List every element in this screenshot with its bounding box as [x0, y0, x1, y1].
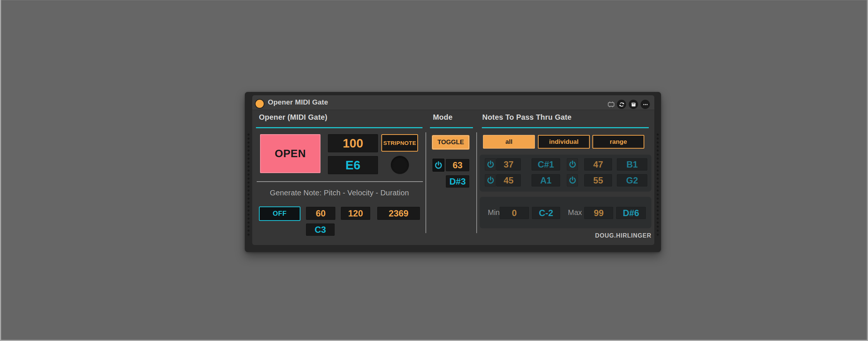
- range-max-note: D#6: [623, 208, 639, 218]
- gate-velocity-value: 100: [343, 136, 363, 150]
- hot-swap-icon[interactable]: [617, 100, 626, 109]
- range-max-note-box[interactable]: D#6: [616, 207, 646, 219]
- note2-name-box[interactable]: B1: [617, 158, 647, 170]
- tab-individual[interactable]: individual: [538, 135, 590, 149]
- separator-mode-notes: [476, 132, 477, 233]
- note3-value: 45: [504, 175, 514, 186]
- gate-note-numbox[interactable]: E6: [328, 156, 378, 174]
- mode-power-toggle[interactable]: [433, 159, 444, 172]
- generate-duration-value: 2369: [389, 208, 408, 219]
- generate-pitch-value: 60: [316, 208, 326, 219]
- range-min-value: 0: [512, 208, 517, 218]
- note4-name-box[interactable]: G2: [617, 174, 647, 186]
- note2-name: B1: [627, 159, 638, 170]
- device-on-led[interactable]: [255, 99, 264, 109]
- underline-notes: [482, 127, 649, 128]
- note4-name: G2: [626, 175, 638, 186]
- underline-mode: [430, 127, 473, 128]
- generate-off-label: OFF: [273, 210, 287, 218]
- section-header-opener: Opener (MIDI Gate): [259, 113, 328, 122]
- range-min-note: C-2: [539, 208, 553, 218]
- tab-range[interactable]: range: [592, 135, 644, 149]
- individual-notes-panel: 37 C#1 47 B1: [480, 155, 651, 192]
- note3-name-box[interactable]: A1: [532, 174, 560, 186]
- generate-pitch-numbox[interactable]: 60: [306, 207, 335, 220]
- more-icon[interactable]: [641, 100, 650, 109]
- stripnote-button[interactable]: STRIPNOTE: [381, 134, 418, 152]
- right-grip-dots: [655, 133, 660, 236]
- power-icon: [568, 176, 577, 185]
- mode-cc-note-value: D#3: [449, 176, 466, 187]
- range-max-value: 99: [594, 208, 604, 218]
- save-icon[interactable]: [629, 100, 638, 109]
- power-icon: [486, 160, 495, 169]
- credit-text: DOUG.HIRLINGER: [480, 232, 651, 239]
- generate-pitch-note-numbox[interactable]: C3: [306, 224, 335, 236]
- mode-toggle-button[interactable]: TOGGLE: [432, 135, 469, 149]
- tab-all[interactable]: all: [483, 135, 535, 149]
- mode-toggle-label: TOGGLE: [437, 139, 464, 146]
- generate-note-label: Generate Note: Pitch - Velocity - Durati…: [256, 189, 423, 197]
- note4-value: 55: [593, 175, 603, 186]
- section-header-mode: Mode: [433, 113, 453, 122]
- note4-power-toggle[interactable]: [567, 174, 578, 186]
- section-header-notes: Notes To Pass Thru Gate: [482, 113, 572, 122]
- separator-opener-mode: [425, 132, 426, 233]
- generate-velocity-value: 120: [348, 208, 363, 219]
- range-min-numbox[interactable]: 0: [500, 207, 529, 219]
- note1-power-toggle[interactable]: [485, 158, 496, 170]
- gate-velocity-numbox[interactable]: 100: [328, 134, 378, 152]
- generate-pitch-note-value: C3: [315, 225, 326, 235]
- generate-velocity-numbox[interactable]: 120: [341, 207, 370, 220]
- mode-cc-numbox[interactable]: 63: [446, 159, 469, 171]
- left-grip-dots: [246, 133, 251, 236]
- desktop-background: Opener MIDI Gate: [0, 0, 868, 341]
- opener-divider: [257, 181, 423, 182]
- power-icon: [568, 160, 577, 169]
- device-title: Opener MIDI Gate: [268, 98, 328, 106]
- min-label: Min: [488, 208, 500, 217]
- mode-cc-note-numbox[interactable]: D#3: [446, 175, 469, 188]
- max-label: Max: [568, 208, 582, 217]
- range-min-note-box[interactable]: C-2: [532, 207, 560, 219]
- window-edge-left: [0, 0, 1, 341]
- note2-value: 47: [593, 159, 603, 170]
- generate-off-button[interactable]: OFF: [259, 206, 300, 221]
- tab-all-label: all: [506, 138, 513, 146]
- max-device: Opener MIDI Gate: [245, 92, 661, 252]
- range-panel: Min 0 C-2 Max 99 D#6: [480, 197, 651, 228]
- m4l-device-icon[interactable]: [607, 100, 615, 108]
- note1-numbox[interactable]: 37: [496, 158, 521, 170]
- bang-button[interactable]: [391, 156, 409, 174]
- stripnote-label: STRIPNOTE: [383, 140, 416, 146]
- note1-name: C#1: [537, 159, 554, 170]
- note3-numbox[interactable]: 45: [496, 174, 521, 186]
- range-max-numbox[interactable]: 99: [584, 207, 613, 219]
- note1-name-box[interactable]: C#1: [532, 158, 560, 170]
- window-edge-top: [0, 0, 868, 0]
- gate-open-label: OPEN: [274, 148, 306, 160]
- note3-name: A1: [540, 175, 552, 186]
- tab-individual-label: individual: [549, 138, 578, 146]
- note2-power-toggle[interactable]: [567, 158, 578, 170]
- note4-numbox[interactable]: 55: [584, 174, 612, 186]
- note1-value: 37: [504, 159, 514, 170]
- underline-opener: [256, 127, 423, 128]
- tab-range-label: range: [610, 138, 627, 146]
- gate-open-button[interactable]: OPEN: [260, 134, 320, 173]
- generate-duration-numbox[interactable]: 2369: [377, 207, 420, 220]
- power-icon: [434, 160, 443, 170]
- power-icon: [486, 176, 495, 185]
- mode-cc-value: 63: [453, 160, 463, 170]
- note3-power-toggle[interactable]: [485, 174, 496, 186]
- note2-numbox[interactable]: 47: [584, 158, 612, 170]
- gate-note-value: E6: [345, 158, 360, 172]
